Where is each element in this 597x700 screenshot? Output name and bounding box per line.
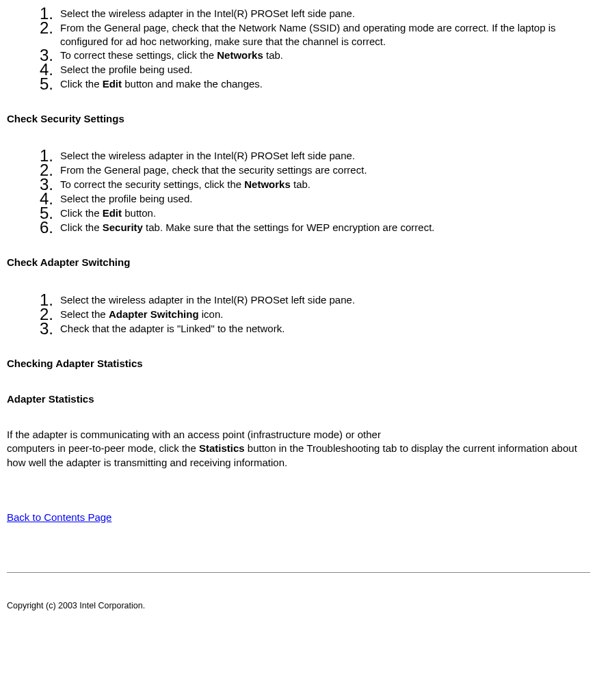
step-number: 2. xyxy=(34,20,60,36)
step-text: Select the profile being used. xyxy=(60,62,590,78)
divider xyxy=(7,572,590,573)
step-text: To correct these settings, click the Net… xyxy=(60,47,590,64)
step-text: From the General page, check that the Ne… xyxy=(60,20,590,49)
heading-checking-statistics: Checking Adapter Statistics xyxy=(7,357,590,371)
step-number: 5. xyxy=(34,76,60,92)
paragraph-statistics: If the adapter is communicating with an … xyxy=(7,428,590,470)
step-text: Select the Adapter Switching icon. xyxy=(60,306,590,323)
list-item: 5. Click the Edit button and make the ch… xyxy=(34,76,590,92)
heading-adapter-statistics: Adapter Statistics xyxy=(7,392,590,406)
step-number: 3. xyxy=(34,321,60,337)
list-item: 3. Check that the adapter is "Linked" to… xyxy=(34,321,590,337)
step-text: Select the wireless adapter in the Intel… xyxy=(60,148,590,164)
list-item: 2. From the General page, check that the… xyxy=(34,20,590,49)
step-text: Select the wireless adapter in the Intel… xyxy=(60,5,590,22)
heading-security-settings: Check Security Settings xyxy=(7,112,590,126)
back-to-contents-link[interactable]: Back to Contents Page xyxy=(7,511,111,524)
list-item: 6. Click the Security tab. Make sure tha… xyxy=(34,219,590,236)
steps-list-1: 1. Select the wireless adapter in the In… xyxy=(34,5,590,92)
step-text: To correct the security settings, click … xyxy=(60,176,590,193)
step-number: 6. xyxy=(34,219,60,236)
step-text: Click the Edit button and make the chang… xyxy=(60,76,590,92)
heading-adapter-switching: Check Adapter Switching xyxy=(7,256,590,269)
steps-list-2: 1. Select the wireless adapter in the In… xyxy=(34,148,590,236)
step-text: Check that the adapter is "Linked" to th… xyxy=(60,321,590,337)
steps-list-3: 1. Select the wireless adapter in the In… xyxy=(34,292,590,337)
step-text: Click the Security tab. Make sure that t… xyxy=(60,219,590,236)
step-text: Select the profile being used. xyxy=(60,191,590,207)
step-text: Select the wireless adapter in the Intel… xyxy=(60,292,590,308)
copyright-text: Copyright (c) 2003 Intel Corporation. xyxy=(7,600,590,612)
step-text: Click the Edit button. xyxy=(60,205,590,221)
step-text: From the General page, check that the se… xyxy=(60,162,590,178)
